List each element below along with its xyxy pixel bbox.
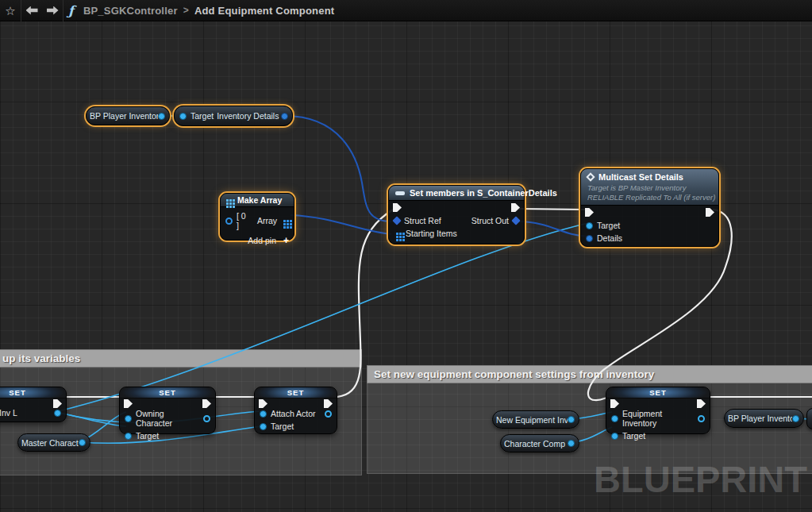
output-pin-object[interactable] — [568, 416, 575, 423]
value-output-pin[interactable] — [203, 415, 210, 422]
array-element-input-pin[interactable] — [225, 218, 233, 225]
output-pin-object[interactable] — [79, 439, 86, 446]
node-character-comp[interactable]: Character Comp L — [500, 434, 579, 452]
node-set-equipment-inv[interactable]: SET pment Inv L — [0, 387, 67, 422]
pin-label: Target — [622, 431, 645, 441]
target-input-pin[interactable] — [125, 433, 132, 440]
node-title: SET — [0, 387, 66, 398]
array-grid-icon — [226, 199, 229, 202]
array-output-pin[interactable] — [283, 220, 286, 222]
exec-output-pin[interactable] — [706, 208, 714, 217]
struct-ref-input-pin[interactable] — [392, 216, 401, 225]
array-output-label: Array — [257, 216, 277, 225]
set-members-icon — [395, 191, 405, 195]
variable-label: Master Character — [18, 438, 79, 448]
variable-label: BP Player Inventory — [87, 111, 158, 121]
node-set-owning-character[interactable]: SET Owning Character Target — [119, 387, 216, 434]
exec-input-pin[interactable] — [610, 399, 619, 408]
exec-output-pin[interactable] — [324, 399, 333, 408]
starting-items-input-pin[interactable] — [396, 233, 398, 235]
wire-obj-inv-multicast-target — [56, 223, 588, 412]
node-make-array[interactable]: Make Array [ 0 ] Array Add pin + — [220, 193, 294, 241]
pin-label: Target — [271, 422, 294, 431]
nav-forward-button[interactable] — [42, 0, 63, 21]
value-output-pin[interactable] — [698, 415, 705, 422]
value-output-pin[interactable] — [325, 410, 332, 418]
node-title: Multicast Set Details — [598, 172, 683, 182]
value-input-pin[interactable] — [54, 410, 61, 417]
set-members-header: Set members in S_ContainerDetails — [389, 186, 524, 201]
output-pin-struct[interactable] — [281, 113, 288, 120]
nav-back-button[interactable] — [21, 0, 42, 21]
pin-label: Target — [136, 431, 159, 441]
wire-struct-invdetails-structref — [285, 116, 391, 221]
favorite-button[interactable]: ☆ — [0, 0, 21, 21]
target-input-pin[interactable] — [611, 433, 618, 440]
pin-label: Attach Actor — [271, 409, 316, 418]
struct-out-output-pin[interactable] — [511, 216, 520, 225]
output-pin-object[interactable] — [158, 113, 165, 120]
struct-ref-label: Struct Ref — [404, 216, 441, 225]
plus-icon: + — [283, 235, 289, 246]
struct-out-label: Struct Out — [471, 216, 509, 225]
star-icon: ☆ — [5, 5, 15, 17]
node-bp-player-inventory-top[interactable]: BP Player Inventory — [86, 106, 170, 125]
exec-input-pin[interactable] — [393, 203, 402, 212]
details-label: Details — [597, 233, 622, 243]
target-input-pin[interactable] — [260, 423, 267, 430]
node-master-character[interactable]: Master Character — [17, 433, 90, 452]
exec-input-pin[interactable] — [259, 399, 267, 408]
variable-label: New Equipment Inv L — [493, 415, 568, 425]
exec-input-pin[interactable] — [124, 399, 133, 408]
make-array-header: Make Array — [221, 194, 294, 207]
node-new-equipment-inv[interactable]: New Equipment Inv L — [492, 410, 579, 429]
exec-output-pin[interactable] — [697, 399, 706, 408]
value-input-pin[interactable] — [611, 415, 618, 422]
variable-label: Character Comp L — [501, 439, 568, 448]
exec-input-pin[interactable] — [585, 208, 594, 217]
node-subtitle-target: Target is BP Master Inventory — [587, 183, 712, 193]
array-element-label: [ 0 ] — [237, 211, 249, 230]
exec-output-pin[interactable] — [53, 399, 62, 408]
node-bp-player-inventory-bottom[interactable]: BP Player Inventory — [724, 409, 804, 428]
forward-arrow-icon — [47, 6, 59, 15]
multicast-diamond-icon — [586, 172, 595, 181]
back-arrow-icon — [26, 6, 38, 15]
node-title: Set members in S_ContainerDetails — [410, 188, 557, 198]
node-inventory-details[interactable]: Target Inventory Details — [174, 106, 293, 126]
node-title: Make Array — [237, 195, 282, 205]
target-input-pin[interactable] — [586, 222, 593, 229]
breadcrumb-parent[interactable]: BP_SGKController — [83, 5, 178, 17]
multicast-header: Multicast Set Details Target is BP Maste… — [581, 169, 718, 206]
target-pin-label: Target — [190, 111, 214, 121]
node-multicast-set-details[interactable]: Multicast Set Details Target is BP Maste… — [580, 168, 719, 247]
target-label: Target — [597, 221, 620, 230]
exec-output-pin[interactable] — [202, 399, 211, 408]
output-pin-object[interactable] — [568, 440, 575, 447]
add-pin-label: Add pin — [248, 236, 276, 245]
details-input-pin[interactable] — [586, 235, 593, 242]
node-set-members[interactable]: Set members in S_ContainerDetails Struct… — [388, 185, 525, 244]
breadcrumb-current[interactable]: Add Equipment Component — [194, 5, 334, 17]
pin-label: pment Inv L — [0, 408, 17, 418]
node-subtitle-replication: RELIABLE Replicated To All (if server) — [587, 193, 712, 202]
variable-label: BP Player Inventory — [725, 414, 792, 423]
node-set-attach-actor[interactable]: SET Attach Actor Target — [254, 387, 337, 434]
exec-output-pin[interactable] — [511, 203, 520, 212]
node-title: SET — [120, 387, 215, 398]
node-clipped-right-edge[interactable] — [806, 408, 812, 429]
pin-label: Owning Character — [136, 409, 195, 428]
pin-label: Equipment Inventory — [622, 409, 690, 428]
breadcrumb-separator: > — [183, 5, 189, 16]
function-label: Inventory Details — [214, 111, 281, 121]
node-title: SET — [255, 387, 337, 398]
target-input-pin[interactable] — [179, 113, 187, 120]
node-title: SET — [606, 387, 710, 398]
blueprint-editor: ☆ ƒ BP_SGKController > Add Equipment Com… — [0, 0, 812, 512]
value-input-pin[interactable] — [260, 410, 267, 418]
add-pin-button[interactable]: Add pin + — [221, 232, 294, 248]
value-input-pin[interactable] — [125, 415, 132, 422]
node-set-equipment-inventory[interactable]: SET Equipment Inventory Target — [606, 387, 710, 434]
starting-items-label: Starting Items — [406, 229, 457, 238]
output-pin-object[interactable] — [792, 415, 799, 422]
